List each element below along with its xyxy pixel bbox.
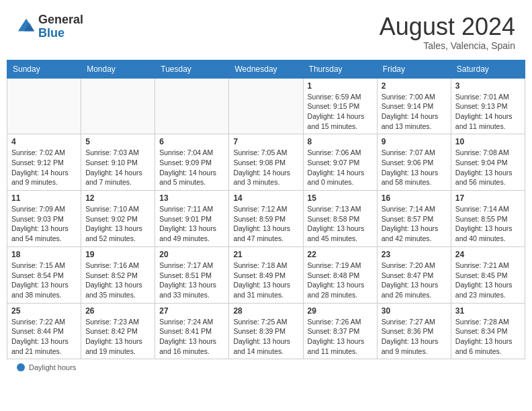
day-number: 15 — [308, 193, 373, 203]
day-number: 31 — [455, 306, 521, 316]
calendar-cell: 9Sunrise: 7:07 AM Sunset: 9:06 PM Daylig… — [377, 134, 451, 191]
day-number: 25 — [11, 306, 77, 316]
day-number: 29 — [308, 306, 373, 316]
day-number: 24 — [455, 250, 521, 259]
day-info: Sunrise: 7:25 AM Sunset: 8:39 PM Dayligh… — [233, 317, 298, 357]
title-block: August 2024 Tales, Valencia, Spain — [380, 13, 515, 51]
day-info: Sunrise: 7:03 AM Sunset: 9:10 PM Dayligh… — [85, 148, 150, 187]
calendar-cell: 25Sunrise: 7:22 AM Sunset: 8:44 PM Dayli… — [7, 303, 81, 359]
day-number: 18 — [11, 250, 77, 259]
calendar-cell: 6Sunrise: 7:04 AM Sunset: 9:09 PM Daylig… — [155, 134, 229, 191]
day-number: 12 — [85, 193, 150, 203]
day-info: Sunrise: 7:22 AM Sunset: 8:44 PM Dayligh… — [11, 317, 77, 357]
calendar-week-row: 11Sunrise: 7:09 AM Sunset: 9:03 PM Dayli… — [7, 191, 525, 247]
day-number: 30 — [382, 306, 447, 316]
day-number: 14 — [233, 193, 298, 203]
calendar-cell: 13Sunrise: 7:11 AM Sunset: 9:01 PM Dayli… — [155, 191, 229, 247]
day-info: Sunrise: 7:08 AM Sunset: 9:04 PM Dayligh… — [455, 148, 521, 187]
calendar-cell: 18Sunrise: 7:15 AM Sunset: 8:54 PM Dayli… — [7, 246, 81, 303]
day-number: 7 — [233, 137, 298, 146]
day-info: Sunrise: 7:12 AM Sunset: 8:59 PM Dayligh… — [233, 204, 298, 244]
calendar-header-wednesday: Wednesday — [229, 60, 303, 78]
logo: General Blue — [17, 13, 83, 40]
day-number: 8 — [308, 137, 373, 146]
calendar-week-row: 1Sunrise: 6:59 AM Sunset: 9:15 PM Daylig… — [7, 78, 525, 134]
day-number: 17 — [455, 193, 521, 203]
footer-label: Daylight hours — [29, 363, 76, 371]
day-info: Sunrise: 7:24 AM Sunset: 8:41 PM Dayligh… — [159, 317, 224, 357]
day-number: 10 — [455, 137, 521, 146]
calendar-header-row: SundayMondayTuesdayWednesdayThursdayFrid… — [7, 60, 525, 78]
day-number: 19 — [85, 250, 150, 259]
calendar-header-saturday: Saturday — [451, 60, 525, 78]
day-info: Sunrise: 7:00 AM Sunset: 9:14 PM Dayligh… — [382, 92, 447, 132]
calendar-cell: 14Sunrise: 7:12 AM Sunset: 8:59 PM Dayli… — [229, 191, 303, 247]
footer: Daylight hours — [7, 359, 525, 375]
day-info: Sunrise: 7:19 AM Sunset: 8:48 PM Dayligh… — [308, 261, 373, 300]
day-info: Sunrise: 7:26 AM Sunset: 8:37 PM Dayligh… — [308, 317, 373, 357]
calendar-cell: 2Sunrise: 7:00 AM Sunset: 9:14 PM Daylig… — [377, 78, 451, 134]
day-number: 13 — [159, 193, 224, 203]
logo-blue: Blue — [38, 26, 64, 40]
day-info: Sunrise: 7:02 AM Sunset: 9:12 PM Dayligh… — [11, 148, 77, 187]
calendar-cell: 10Sunrise: 7:08 AM Sunset: 9:04 PM Dayli… — [451, 134, 525, 191]
location-subtitle: Tales, Valencia, Spain — [380, 40, 515, 51]
day-info: Sunrise: 7:27 AM Sunset: 8:36 PM Dayligh… — [382, 317, 447, 357]
day-info: Sunrise: 6:59 AM Sunset: 9:15 PM Dayligh… — [308, 92, 373, 132]
day-info: Sunrise: 7:04 AM Sunset: 9:09 PM Dayligh… — [159, 148, 224, 187]
day-info: Sunrise: 7:17 AM Sunset: 8:51 PM Dayligh… — [159, 261, 224, 300]
calendar-cell: 29Sunrise: 7:26 AM Sunset: 8:37 PM Dayli… — [303, 303, 377, 359]
day-number: 22 — [308, 250, 373, 259]
calendar-cell: 12Sunrise: 7:10 AM Sunset: 9:02 PM Dayli… — [81, 191, 155, 247]
day-info: Sunrise: 7:10 AM Sunset: 9:02 PM Dayligh… — [85, 204, 150, 244]
calendar-cell: 17Sunrise: 7:14 AM Sunset: 8:55 PM Dayli… — [451, 191, 525, 247]
calendar-header-friday: Friday — [377, 60, 451, 78]
day-info: Sunrise: 7:23 AM Sunset: 8:42 PM Dayligh… — [85, 317, 150, 357]
day-info: Sunrise: 7:20 AM Sunset: 8:47 PM Dayligh… — [382, 261, 447, 300]
day-info: Sunrise: 7:14 AM Sunset: 8:55 PM Dayligh… — [455, 204, 521, 244]
calendar-cell: 24Sunrise: 7:21 AM Sunset: 8:45 PM Dayli… — [451, 246, 525, 303]
day-number: 9 — [382, 137, 447, 146]
page-header: General Blue August 2024 Tales, Valencia… — [7, 7, 525, 54]
day-number: 16 — [382, 193, 447, 203]
calendar-cell — [229, 78, 303, 134]
calendar-cell: 27Sunrise: 7:24 AM Sunset: 8:41 PM Dayli… — [155, 303, 229, 359]
footer-dot-icon — [17, 363, 25, 371]
calendar-cell: 7Sunrise: 7:05 AM Sunset: 9:08 PM Daylig… — [229, 134, 303, 191]
day-number: 21 — [233, 250, 298, 259]
month-year-title: August 2024 — [380, 13, 515, 40]
day-number: 5 — [85, 137, 150, 146]
calendar-week-row: 25Sunrise: 7:22 AM Sunset: 8:44 PM Dayli… — [7, 303, 525, 359]
calendar-week-row: 4Sunrise: 7:02 AM Sunset: 9:12 PM Daylig… — [7, 134, 525, 191]
calendar-cell: 21Sunrise: 7:18 AM Sunset: 8:49 PM Dayli… — [229, 246, 303, 303]
day-info: Sunrise: 7:16 AM Sunset: 8:52 PM Dayligh… — [85, 261, 150, 300]
logo-text: General Blue — [38, 13, 83, 40]
day-info: Sunrise: 7:11 AM Sunset: 9:01 PM Dayligh… — [159, 204, 224, 244]
day-number: 23 — [382, 250, 447, 259]
day-number: 3 — [455, 81, 521, 91]
logo-icon — [17, 17, 36, 36]
calendar-cell: 19Sunrise: 7:16 AM Sunset: 8:52 PM Dayli… — [81, 246, 155, 303]
calendar-cell — [81, 78, 155, 134]
calendar-cell: 31Sunrise: 7:28 AM Sunset: 8:34 PM Dayli… — [451, 303, 525, 359]
calendar-cell — [155, 78, 229, 134]
day-info: Sunrise: 7:18 AM Sunset: 8:49 PM Dayligh… — [233, 261, 298, 300]
day-info: Sunrise: 7:13 AM Sunset: 8:58 PM Dayligh… — [308, 204, 373, 244]
day-info: Sunrise: 7:05 AM Sunset: 9:08 PM Dayligh… — [233, 148, 298, 187]
calendar-cell: 30Sunrise: 7:27 AM Sunset: 8:36 PM Dayli… — [377, 303, 451, 359]
day-info: Sunrise: 7:28 AM Sunset: 8:34 PM Dayligh… — [455, 317, 521, 357]
day-number: 2 — [382, 81, 447, 91]
day-info: Sunrise: 7:07 AM Sunset: 9:06 PM Dayligh… — [382, 148, 447, 187]
calendar-header-thursday: Thursday — [303, 60, 377, 78]
calendar-table: SundayMondayTuesdayWednesdayThursdayFrid… — [7, 60, 525, 360]
day-number: 20 — [159, 250, 224, 259]
calendar-cell: 28Sunrise: 7:25 AM Sunset: 8:39 PM Dayli… — [229, 303, 303, 359]
calendar-cell: 5Sunrise: 7:03 AM Sunset: 9:10 PM Daylig… — [81, 134, 155, 191]
calendar-cell: 3Sunrise: 7:01 AM Sunset: 9:13 PM Daylig… — [451, 78, 525, 134]
day-number: 27 — [159, 306, 224, 316]
calendar-cell: 20Sunrise: 7:17 AM Sunset: 8:51 PM Dayli… — [155, 246, 229, 303]
calendar-header-monday: Monday — [81, 60, 155, 78]
calendar-cell: 4Sunrise: 7:02 AM Sunset: 9:12 PM Daylig… — [7, 134, 81, 191]
calendar-cell: 15Sunrise: 7:13 AM Sunset: 8:58 PM Dayli… — [303, 191, 377, 247]
calendar-cell: 22Sunrise: 7:19 AM Sunset: 8:48 PM Dayli… — [303, 246, 377, 303]
